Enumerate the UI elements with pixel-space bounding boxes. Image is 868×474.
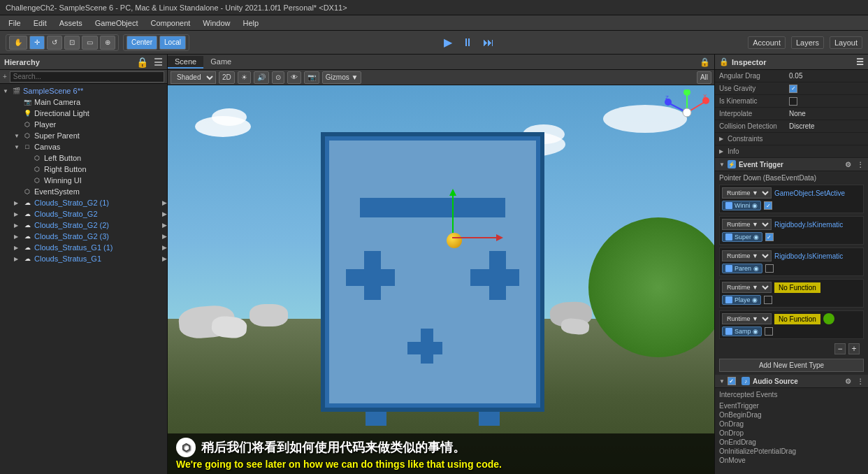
menu-edit[interactable]: Edit (28, 17, 52, 29)
event-trigger-section-header[interactable]: ▼ ⚡ Event Trigger ⚙ ⋮ (715, 158, 868, 171)
runtime-select-1[interactable]: Runtime ▼ (722, 219, 772, 230)
hierarchy-add-btn[interactable]: + (3, 73, 7, 80)
obj-icon-2 (725, 265, 732, 272)
shading-mode-select[interactable]: Shaded (171, 71, 216, 84)
no-function-btn-3[interactable]: No Function (774, 282, 820, 293)
custom-tool[interactable]: ⊕ (100, 36, 115, 50)
hierarchy-header: Hierarchy 🔒 ☰ (0, 55, 167, 70)
menu-file[interactable]: File (3, 17, 27, 29)
entry-checkbox-2[interactable] (765, 264, 774, 273)
layers-label[interactable]: Layers (791, 36, 824, 49)
local-toggle[interactable]: Local (159, 36, 186, 50)
inspector-lock-icon[interactable]: 🔒 (719, 57, 729, 66)
hierarchy-item-3[interactable]: ▼ ⬡ Super Parent (0, 130, 167, 141)
constraints-row[interactable]: ▶ Constraints (715, 133, 868, 145)
runtime-select-2[interactable]: Runtime ▼ (722, 250, 772, 261)
hierarchy-search[interactable] (10, 71, 164, 82)
move-tool[interactable]: ✛ (29, 36, 45, 50)
runtime-select-4[interactable]: Runtime ▼ (722, 313, 772, 324)
menu-help[interactable]: Help (237, 17, 264, 29)
entry-checkbox-4[interactable] (765, 327, 773, 336)
audio-source-menu-icon[interactable]: ⋮ (857, 378, 864, 385)
hierarchy-item-0[interactable]: 📷 Main Camera (0, 96, 167, 108)
hierarchy-item-14[interactable]: ▶ ☁ Clouds_Stratus_G1 ▶ (0, 253, 167, 264)
event-trigger-menu-icon[interactable]: ⋮ (857, 161, 864, 168)
add-event-type-btn[interactable]: Add New Event Type (719, 359, 864, 372)
menu-component[interactable]: Component (145, 17, 196, 29)
obj-ref-3[interactable]: Playe ◉ (722, 295, 761, 305)
hierarchy-item-9[interactable]: ▶ ☁ Clouds_Strato_G2 (1) ▶ (0, 197, 167, 208)
right-cross (470, 251, 519, 300)
gizmos-btn[interactable]: Gizmos ▼ (322, 71, 362, 84)
y-axis-arrow (449, 189, 456, 196)
hierarchy-item-12[interactable]: ▶ ☁ Clouds_Strato_G2 (3) ▶ (0, 231, 167, 242)
hand-tool[interactable]: ✋ (9, 36, 27, 50)
step-button[interactable]: ⏭ (480, 36, 497, 49)
scene-camera-btn[interactable]: 📷 (304, 71, 319, 84)
rotate-tool[interactable]: ↺ (47, 36, 62, 50)
hierarchy-item-13[interactable]: ▶ ☁ Clouds_Stratus_G1 (1) ▶ (0, 242, 167, 253)
event-trigger-settings-icon[interactable]: ⚙ (845, 161, 851, 168)
tab-scene[interactable]: Scene (168, 56, 203, 69)
effects-btn[interactable]: ⊙ (272, 71, 284, 84)
menu-gameobject[interactable]: GameObject (89, 17, 144, 29)
2d-toggle[interactable]: 2D (219, 71, 235, 84)
hierarchy-item-11[interactable]: ▶ ☁ Clouds_Strato_G2 (2) ▶ (0, 220, 167, 231)
tab-game[interactable]: Game (203, 56, 238, 69)
pivot-toggle[interactable]: Center (126, 36, 157, 50)
audio-btn[interactable]: 🔊 (254, 71, 269, 84)
hierarchy-menu-icon[interactable]: ☰ (154, 57, 163, 68)
obj-ref-1[interactable]: Super ◉ (722, 232, 762, 242)
cloud-icon-9: ☁ (22, 198, 32, 208)
inspector-menu-icon[interactable]: ☰ (856, 57, 864, 67)
hierarchy-item-10[interactable]: ▶ ☁ Clouds_Strato_G2 ▶ (0, 208, 167, 220)
audio-source-section-header[interactable]: ▼ ♪ Audio Source ⚙ ⋮ (715, 375, 868, 388)
scale-tool[interactable]: ⊡ (64, 36, 80, 50)
obj-ref-4[interactable]: Samp ◉ (722, 326, 762, 336)
entry-checkbox-0[interactable] (764, 201, 772, 210)
runtime-select-3[interactable]: Runtime ▼ (722, 282, 772, 293)
remove-entry-btn[interactable]: − (834, 343, 846, 354)
viewport-lock-icon[interactable]: 🔒 (700, 57, 714, 67)
menu-assets[interactable]: Assets (54, 17, 88, 29)
menu-window[interactable]: Window (197, 17, 236, 29)
runtime-select-0[interactable]: Runtime ▼ (722, 187, 772, 199)
account-label[interactable]: Account (748, 36, 786, 49)
pause-button[interactable]: ⏸ (459, 36, 476, 49)
hierarchy-scene-root[interactable]: ▼ 🎬 SampleScene 6* (0, 85, 167, 96)
hierarchy-item-8[interactable]: ⬡ EventSystem (0, 186, 167, 197)
item-arrow-9: ▶ (14, 200, 22, 206)
obj-ref-0[interactable]: Winni ◉ (722, 201, 761, 210)
hierarchy-item-2[interactable]: ⬡ Player (0, 119, 167, 130)
hierarchy-item-5[interactable]: ⬡ Left Button (0, 152, 167, 164)
hierarchy-lock-icon[interactable]: 🔒 (136, 57, 148, 68)
hierarchy-item-7[interactable]: ⬡ Winning UI (0, 175, 167, 186)
obj-icon-4 (725, 328, 732, 335)
all-select[interactable]: All (697, 71, 711, 84)
audio-source-settings-icon[interactable]: ⚙ (845, 378, 851, 385)
play-button[interactable]: ▶ (441, 36, 455, 49)
cloud-icon-12: ☁ (22, 231, 32, 241)
item-arrow-12: ▶ (14, 234, 22, 240)
cloud-icon-14: ☁ (22, 254, 32, 264)
no-function-btn-4[interactable]: No Function (774, 314, 820, 324)
entry-checkbox-1[interactable] (765, 233, 774, 241)
scene-visibility-btn[interactable]: 👁 (287, 71, 301, 84)
hierarchy-item-4[interactable]: ▼ □ Canvas (0, 141, 167, 152)
event-trigger-content: Pointer Down (BaseEventData) Runtime ▼ G… (715, 171, 868, 375)
audio-source-enable-checkbox[interactable] (728, 377, 736, 385)
hierarchy-item-1[interactable]: 💡 Directional Light (0, 108, 167, 119)
is-kinematic-checkbox[interactable] (789, 97, 797, 106)
add-entry-btn[interactable]: + (848, 343, 860, 354)
hierarchy-item-6[interactable]: ⬡ Right Button (0, 164, 167, 175)
rect-tool[interactable]: ▭ (82, 36, 98, 50)
scene-label: SampleScene 6* (23, 87, 83, 95)
obj-ref-2[interactable]: Paren ◉ (722, 264, 762, 273)
info-row[interactable]: ▶ Info (715, 145, 868, 158)
intercepted-events-section: Intercepted Events EventTrigger OnBeginD… (715, 388, 868, 468)
layout-label[interactable]: Layout (830, 36, 862, 49)
lighting-btn[interactable]: ☀ (238, 71, 251, 84)
entry-checkbox-3[interactable] (764, 296, 772, 304)
event-entry-4-header: Runtime ▼ No Function (722, 313, 861, 324)
use-gravity-checkbox[interactable] (789, 85, 797, 93)
